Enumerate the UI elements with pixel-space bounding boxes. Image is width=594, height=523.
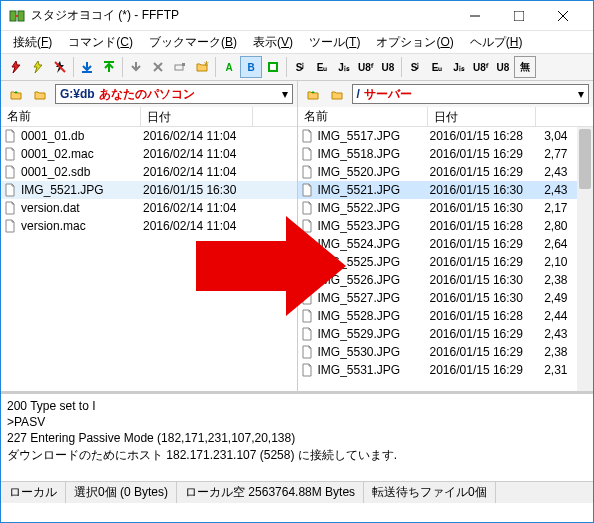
col-name[interactable]: 名前 xyxy=(1,107,141,126)
file-date: 2016/01/15 16:30 xyxy=(430,183,538,197)
delete-icon[interactable] xyxy=(147,56,169,78)
connect-icon[interactable] xyxy=(5,56,27,78)
close-button[interactable] xyxy=(541,2,585,30)
file-row[interactable]: IMG_5526.JPG2016/01/15 16:302,38 xyxy=(298,271,594,289)
remote-updir-icon[interactable] xyxy=(302,83,324,105)
file-row[interactable]: IMG_5522.JPG2016/01/15 16:302,17 xyxy=(298,199,594,217)
col-name[interactable]: 名前 xyxy=(298,107,428,126)
file-date: 2016/02/14 11:04 xyxy=(143,147,255,161)
menu-view[interactable]: 表示(V) xyxy=(245,32,301,53)
log-line: 227 Entering Passive Mode (182,171,231,1… xyxy=(7,430,587,446)
file-name: IMG_5517.JPG xyxy=(318,129,401,143)
scrollbar[interactable] xyxy=(577,127,593,391)
status-selection: 選択0個 (0 Bytes) xyxy=(66,482,177,503)
kanji-utf8bom-host-icon[interactable]: U8ᶠ xyxy=(470,56,492,78)
file-size: 2,31 xyxy=(538,363,568,377)
upload-icon[interactable] xyxy=(98,56,120,78)
mirror-download-icon[interactable] xyxy=(125,56,147,78)
kanji-sjis-local-icon[interactable]: Sʲ xyxy=(289,56,311,78)
kanji-utf8-local-icon[interactable]: U8 xyxy=(377,56,399,78)
file-name: IMG_5530.JPG xyxy=(318,345,401,359)
kanji-euc-local-icon[interactable]: Eᵤ xyxy=(311,56,333,78)
file-date: 2016/01/15 16:28 xyxy=(430,309,538,323)
status-queue: 転送待ちファイル0個 xyxy=(364,482,496,503)
maximize-button[interactable] xyxy=(497,2,541,30)
binary-mode-icon[interactable]: B xyxy=(240,56,262,78)
file-row[interactable]: 0001_02.mac2016/02/14 11:04 xyxy=(1,145,297,163)
file-row[interactable]: version.mac2016/02/14 11:04 xyxy=(1,217,297,235)
file-row[interactable]: IMG_5530.JPG2016/01/15 16:292,38 xyxy=(298,343,594,361)
file-name: IMG_5521.JPG xyxy=(318,183,401,197)
file-size: 2,43 xyxy=(538,327,568,341)
app-icon xyxy=(9,8,25,24)
download-icon[interactable] xyxy=(76,56,98,78)
file-row[interactable]: IMG_5521.JPG2016/01/15 16:302,43 xyxy=(298,181,594,199)
kanji-utf8bom-local-icon[interactable]: U8ᶠ xyxy=(355,56,377,78)
file-date: 2016/01/15 16:29 xyxy=(430,147,538,161)
file-size: 3,04 xyxy=(538,129,568,143)
file-row[interactable]: IMG_5527.JPG2016/01/15 16:302,49 xyxy=(298,289,594,307)
auto-mode-icon[interactable] xyxy=(262,56,284,78)
file-date: 2016/02/14 11:04 xyxy=(143,219,255,233)
file-row[interactable]: IMG_5520.JPG2016/01/15 16:292,43 xyxy=(298,163,594,181)
kanji-utf8-host-icon[interactable]: U8 xyxy=(492,56,514,78)
quick-connect-icon[interactable] xyxy=(27,56,49,78)
remote-file-list[interactable]: IMG_5517.JPG2016/01/15 16:283,04IMG_5518… xyxy=(298,127,594,391)
file-size: 2,17 xyxy=(538,201,568,215)
newfolder-icon[interactable]: * xyxy=(191,56,213,78)
file-size: 2,38 xyxy=(538,345,568,359)
disconnect-icon[interactable] xyxy=(49,56,71,78)
menu-tool[interactable]: ツール(T) xyxy=(301,32,368,53)
ascii-mode-icon[interactable]: A xyxy=(218,56,240,78)
kanji-euc-host-icon[interactable]: Eᵤ xyxy=(426,56,448,78)
file-row[interactable]: IMG_5521.JPG2016/01/15 16:30 xyxy=(1,181,297,199)
file-row[interactable]: IMG_5524.JPG2016/01/15 16:292,64 xyxy=(298,235,594,253)
svg-rect-15 xyxy=(270,64,276,70)
col-date[interactable]: 日付 xyxy=(428,107,536,126)
local-updir-icon[interactable] xyxy=(5,83,27,105)
file-row[interactable]: IMG_5517.JPG2016/01/15 16:283,04 xyxy=(298,127,594,145)
local-label: あなたのパソコン xyxy=(99,86,195,103)
file-row[interactable]: IMG_5518.JPG2016/01/15 16:292,77 xyxy=(298,145,594,163)
remote-pathbar: / サーバー ▾ xyxy=(298,81,594,107)
remote-path: / xyxy=(357,87,360,101)
kanji-sjis-host-icon[interactable]: Sʲ xyxy=(404,56,426,78)
file-row[interactable]: IMG_5525.JPG2016/01/15 16:292,10 xyxy=(298,253,594,271)
menu-help[interactable]: ヘルプ(H) xyxy=(462,32,531,53)
file-name: version.mac xyxy=(21,219,86,233)
menu-command[interactable]: コマンド(C) xyxy=(60,32,141,53)
local-open-icon[interactable] xyxy=(29,83,51,105)
svg-rect-0 xyxy=(10,11,16,21)
local-list-header: 名前 日付 xyxy=(1,107,297,127)
kanji-none-icon[interactable]: 無 xyxy=(514,56,536,78)
menu-connect[interactable]: 接続(F) xyxy=(5,32,60,53)
local-file-list[interactable]: 0001_01.db2016/02/14 11:040001_02.mac201… xyxy=(1,127,297,391)
remote-label: サーバー xyxy=(364,86,412,103)
kanji-jis-local-icon[interactable]: Jᵢₛ xyxy=(333,56,355,78)
menu-bookmark[interactable]: ブックマーク(B) xyxy=(141,32,245,53)
file-row[interactable]: IMG_5531.JPG2016/01/15 16:292,31 xyxy=(298,361,594,379)
rename-icon[interactable] xyxy=(169,56,191,78)
file-name: IMG_5521.JPG xyxy=(21,183,104,197)
file-row[interactable]: 0001_01.db2016/02/14 11:04 xyxy=(1,127,297,145)
file-row[interactable]: version.dat2016/02/14 11:04 xyxy=(1,199,297,217)
file-row[interactable]: IMG_5528.JPG2016/01/15 16:282,44 xyxy=(298,307,594,325)
kanji-jis-host-icon[interactable]: Jᵢₛ xyxy=(448,56,470,78)
remote-path-combo[interactable]: / サーバー ▾ xyxy=(352,84,590,104)
file-row[interactable]: IMG_5529.JPG2016/01/15 16:292,43 xyxy=(298,325,594,343)
col-date[interactable]: 日付 xyxy=(141,107,253,126)
statusbar: ローカル 選択0個 (0 Bytes) ローカル空 2563764.88M By… xyxy=(1,481,593,503)
remote-open-icon[interactable] xyxy=(326,83,348,105)
menu-option[interactable]: オプション(O) xyxy=(368,32,461,53)
file-row[interactable]: IMG_5523.JPG2016/01/15 16:282,80 xyxy=(298,217,594,235)
file-size: 2,38 xyxy=(538,273,568,287)
minimize-button[interactable] xyxy=(453,2,497,30)
file-row[interactable]: 0001_02.sdb2016/02/14 11:04 xyxy=(1,163,297,181)
chevron-down-icon: ▾ xyxy=(282,87,288,101)
file-date: 2016/01/15 16:30 xyxy=(430,291,538,305)
log-panel[interactable]: 200 Type set to I >PASV 227 Entering Pas… xyxy=(1,391,593,481)
local-path-combo[interactable]: G:¥db あなたのパソコン ▾ xyxy=(55,84,293,104)
log-line: ダウンロードのためにホスト 182.171.231.107 (5258) に接続… xyxy=(7,447,587,463)
file-size: 2,49 xyxy=(538,291,568,305)
file-date: 2016/01/15 16:29 xyxy=(430,327,538,341)
